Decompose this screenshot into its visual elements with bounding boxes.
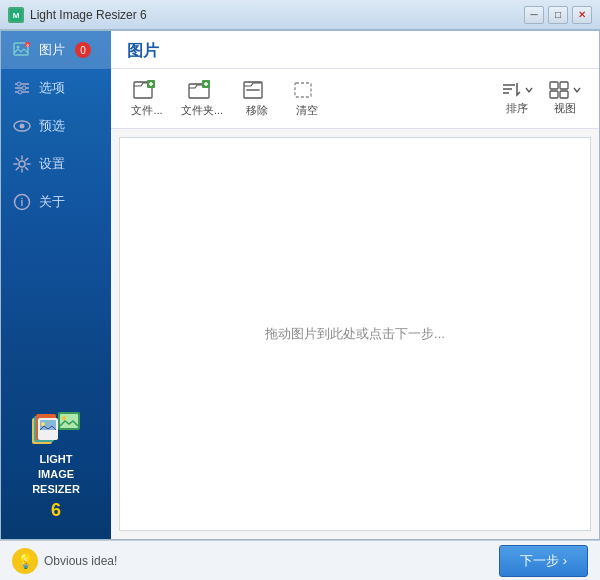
toolbar-right: 排序 视图 [495, 77, 587, 120]
sidebar-spacer [1, 221, 111, 394]
drop-area[interactable]: 拖动图片到此处或点击下一步... [119, 137, 591, 531]
minimize-button[interactable]: ─ [524, 6, 544, 24]
svg-rect-43 [560, 91, 568, 98]
toolbar: 文件... 文件夹... [111, 69, 599, 129]
close-button[interactable]: ✕ [572, 6, 592, 24]
sidebar-label-preview: 预选 [39, 117, 65, 135]
preview-icon [13, 117, 31, 135]
svg-rect-41 [560, 82, 568, 89]
svg-text:i: i [21, 197, 24, 208]
add-folder-icon [188, 79, 216, 101]
window-title: Light Image Resizer 6 [30, 8, 524, 22]
toolbar-add-group: 文件... 文件夹... [123, 75, 331, 122]
pictures-icon: 0 [13, 41, 31, 59]
logo-image [30, 410, 82, 452]
main-content: 图片 文件... [111, 31, 599, 539]
clear-button[interactable]: 清空 [283, 75, 331, 122]
clear-icon [293, 79, 321, 101]
sidebar-label-settings: 设置 [39, 155, 65, 173]
bottom-bar: 💡 Obvious idea! 下一步 › [0, 540, 600, 580]
remove-button[interactable]: 移除 [233, 75, 281, 122]
sidebar: 0 图片 0 选项 [1, 31, 111, 539]
sort-label: 排序 [506, 101, 528, 116]
add-file-icon [133, 79, 161, 101]
maximize-button[interactable]: □ [548, 6, 568, 24]
sidebar-label-options: 选项 [39, 79, 65, 97]
sort-row [501, 81, 533, 99]
options-icon [13, 79, 31, 97]
svg-point-25 [62, 416, 66, 420]
svg-point-10 [22, 86, 26, 90]
pictures-badge: 0 [75, 42, 91, 58]
svg-rect-24 [60, 414, 78, 428]
sidebar-item-preview[interactable]: 预选 [1, 107, 111, 145]
remove-icon [243, 79, 271, 101]
add-file-button[interactable]: 文件... [123, 75, 171, 122]
add-file-label: 文件... [131, 103, 162, 118]
sidebar-item-pictures[interactable]: 0 图片 0 [1, 31, 111, 69]
add-folder-label: 文件夹... [181, 103, 223, 118]
svg-rect-36 [295, 83, 311, 97]
add-folder-button[interactable]: 文件夹... [173, 75, 231, 122]
svg-point-14 [19, 161, 25, 167]
sidebar-item-options[interactable]: 选项 [1, 69, 111, 107]
logo-text: LIGHT IMAGE RESIZER 6 [32, 452, 80, 523]
window-body: 0 图片 0 选项 [0, 30, 600, 540]
view-button[interactable]: 视图 [543, 77, 587, 120]
next-button[interactable]: 下一步 › [499, 545, 588, 577]
svg-point-22 [41, 422, 45, 426]
remove-label: 移除 [246, 103, 268, 118]
window-controls: ─ □ ✕ [524, 6, 592, 24]
obvious-idea-brand: 💡 Obvious idea! [12, 548, 117, 574]
sort-button[interactable]: 排序 [495, 77, 539, 120]
sidebar-item-about[interactable]: i 关于 [1, 183, 111, 221]
title-bar: M Light Image Resizer 6 ─ □ ✕ [0, 0, 600, 30]
view-label: 视图 [554, 101, 576, 116]
settings-icon [13, 155, 31, 173]
clear-label: 清空 [296, 103, 318, 118]
sidebar-logo: LIGHT IMAGE RESIZER 6 [1, 394, 111, 539]
view-row [549, 81, 581, 99]
svg-point-3 [17, 46, 20, 49]
sidebar-label-about: 关于 [39, 193, 65, 211]
sidebar-item-settings[interactable]: 设置 [1, 145, 111, 183]
svg-text:M: M [13, 11, 20, 20]
app-icon: M [8, 7, 24, 23]
svg-point-11 [18, 90, 22, 94]
brand-text: Obvious idea! [44, 554, 117, 568]
svg-point-13 [20, 124, 25, 129]
about-icon: i [13, 193, 31, 211]
svg-rect-35 [246, 89, 260, 91]
bulb-icon: 💡 [12, 548, 38, 574]
svg-point-9 [17, 82, 21, 86]
content-title: 图片 [111, 31, 599, 69]
sidebar-label-pictures: 图片 [39, 41, 65, 59]
svg-rect-40 [550, 82, 558, 89]
drop-hint: 拖动图片到此处或点击下一步... [265, 325, 445, 343]
svg-rect-42 [550, 91, 558, 98]
